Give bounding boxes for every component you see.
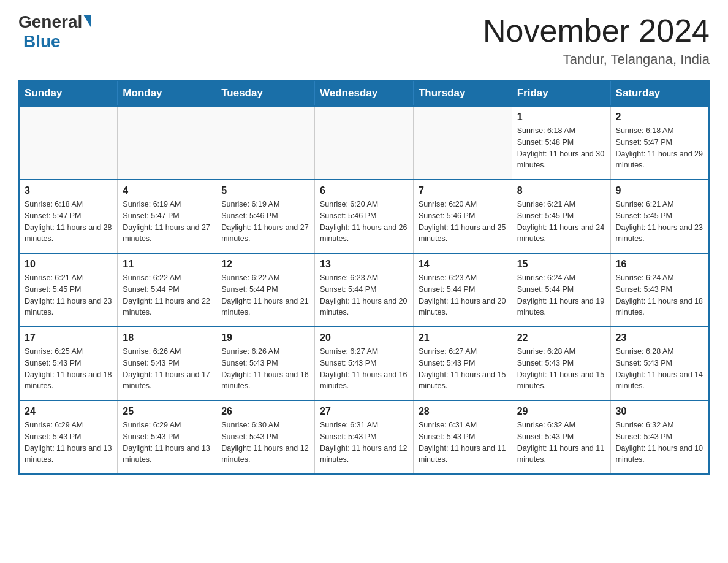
calendar-cell: 18Sunrise: 6:26 AMSunset: 5:43 PMDayligh… [118, 327, 216, 400]
weekday-header-monday: Monday [118, 80, 216, 106]
logo-blue-part [82, 17, 91, 27]
day-number: 9 [616, 185, 703, 196]
calendar-cell: 21Sunrise: 6:27 AMSunset: 5:43 PMDayligh… [413, 327, 512, 400]
day-info: Sunrise: 6:24 AMSunset: 5:43 PMDaylight:… [616, 272, 703, 318]
calendar-cell: 26Sunrise: 6:30 AMSunset: 5:43 PMDayligh… [216, 400, 315, 474]
day-info: Sunrise: 6:28 AMSunset: 5:43 PMDaylight:… [517, 346, 605, 392]
logo-triangle-icon [83, 15, 91, 27]
calendar-cell: 14Sunrise: 6:23 AMSunset: 5:44 PMDayligh… [413, 253, 512, 327]
logo: General Blue [18, 12, 91, 52]
calendar-cell [216, 106, 315, 180]
day-number: 15 [517, 259, 605, 270]
week-row-4: 24Sunrise: 6:29 AMSunset: 5:43 PMDayligh… [19, 400, 709, 474]
calendar-cell: 9Sunrise: 6:21 AMSunset: 5:45 PMDaylight… [610, 180, 709, 253]
calendar-cell: 30Sunrise: 6:32 AMSunset: 5:43 PMDayligh… [610, 400, 709, 474]
day-number: 3 [25, 185, 112, 196]
calendar-cell: 15Sunrise: 6:24 AMSunset: 5:44 PMDayligh… [512, 253, 610, 327]
day-number: 14 [419, 259, 507, 270]
day-info: Sunrise: 6:24 AMSunset: 5:44 PMDaylight:… [517, 272, 605, 318]
day-number: 28 [419, 406, 507, 417]
day-number: 5 [221, 185, 309, 196]
calendar-cell: 10Sunrise: 6:21 AMSunset: 5:45 PMDayligh… [19, 253, 118, 327]
day-info: Sunrise: 6:27 AMSunset: 5:43 PMDaylight:… [320, 346, 408, 392]
day-info: Sunrise: 6:32 AMSunset: 5:43 PMDaylight:… [517, 419, 605, 465]
calendar-table: SundayMondayTuesdayWednesdayThursdayFrid… [18, 80, 710, 475]
day-number: 6 [320, 185, 408, 196]
day-number: 18 [123, 332, 211, 343]
calendar-cell: 13Sunrise: 6:23 AMSunset: 5:44 PMDayligh… [315, 253, 414, 327]
day-info: Sunrise: 6:18 AMSunset: 5:47 PMDaylight:… [616, 125, 703, 171]
day-info: Sunrise: 6:28 AMSunset: 5:43 PMDaylight:… [616, 346, 703, 392]
calendar-cell: 4Sunrise: 6:19 AMSunset: 5:47 PMDaylight… [118, 180, 216, 253]
logo-blue-text: Blue [23, 32, 61, 52]
calendar-cell: 3Sunrise: 6:18 AMSunset: 5:47 PMDaylight… [19, 180, 118, 253]
day-info: Sunrise: 6:26 AMSunset: 5:43 PMDaylight:… [221, 346, 309, 392]
day-number: 11 [123, 259, 211, 270]
calendar-cell [315, 106, 414, 180]
calendar-cell: 16Sunrise: 6:24 AMSunset: 5:43 PMDayligh… [610, 253, 709, 327]
calendar-cell: 22Sunrise: 6:28 AMSunset: 5:43 PMDayligh… [512, 327, 610, 400]
calendar-cell: 25Sunrise: 6:29 AMSunset: 5:43 PMDayligh… [118, 400, 216, 474]
day-number: 20 [320, 332, 408, 343]
day-info: Sunrise: 6:29 AMSunset: 5:43 PMDaylight:… [25, 419, 112, 465]
month-title: November 2024 [483, 12, 710, 49]
day-number: 8 [517, 185, 605, 196]
calendar-cell: 27Sunrise: 6:31 AMSunset: 5:43 PMDayligh… [315, 400, 414, 474]
day-info: Sunrise: 6:23 AMSunset: 5:44 PMDaylight:… [419, 272, 507, 318]
week-row-1: 3Sunrise: 6:18 AMSunset: 5:47 PMDaylight… [19, 180, 709, 253]
calendar-cell: 11Sunrise: 6:22 AMSunset: 5:44 PMDayligh… [118, 253, 216, 327]
calendar-cell: 29Sunrise: 6:32 AMSunset: 5:43 PMDayligh… [512, 400, 610, 474]
calendar-cell: 8Sunrise: 6:21 AMSunset: 5:45 PMDaylight… [512, 180, 610, 253]
calendar-cell: 17Sunrise: 6:25 AMSunset: 5:43 PMDayligh… [19, 327, 118, 400]
day-number: 19 [221, 332, 309, 343]
day-info: Sunrise: 6:22 AMSunset: 5:44 PMDaylight:… [123, 272, 211, 318]
day-number: 12 [221, 259, 309, 270]
day-info: Sunrise: 6:20 AMSunset: 5:46 PMDaylight:… [320, 199, 408, 245]
day-number: 26 [221, 406, 309, 417]
day-number: 16 [616, 259, 703, 270]
week-row-0: 1Sunrise: 6:18 AMSunset: 5:48 PMDaylight… [19, 106, 709, 180]
day-info: Sunrise: 6:21 AMSunset: 5:45 PMDaylight:… [25, 272, 112, 318]
day-info: Sunrise: 6:21 AMSunset: 5:45 PMDaylight:… [517, 199, 605, 245]
calendar-cell: 7Sunrise: 6:20 AMSunset: 5:46 PMDaylight… [413, 180, 512, 253]
weekday-header-friday: Friday [512, 80, 610, 106]
day-number: 29 [517, 406, 605, 417]
day-number: 25 [123, 406, 211, 417]
day-number: 21 [419, 332, 507, 343]
day-number: 17 [25, 332, 112, 343]
day-number: 13 [320, 259, 408, 270]
calendar-cell: 6Sunrise: 6:20 AMSunset: 5:46 PMDaylight… [315, 180, 414, 253]
day-number: 30 [616, 406, 703, 417]
calendar-cell: 5Sunrise: 6:19 AMSunset: 5:46 PMDaylight… [216, 180, 315, 253]
calendar-cell: 28Sunrise: 6:31 AMSunset: 5:43 PMDayligh… [413, 400, 512, 474]
day-info: Sunrise: 6:23 AMSunset: 5:44 PMDaylight:… [320, 272, 408, 318]
day-number: 27 [320, 406, 408, 417]
day-info: Sunrise: 6:31 AMSunset: 5:43 PMDaylight:… [419, 419, 507, 465]
calendar-cell: 20Sunrise: 6:27 AMSunset: 5:43 PMDayligh… [315, 327, 414, 400]
day-info: Sunrise: 6:25 AMSunset: 5:43 PMDaylight:… [25, 346, 112, 392]
day-info: Sunrise: 6:27 AMSunset: 5:43 PMDaylight:… [419, 346, 507, 392]
day-info: Sunrise: 6:18 AMSunset: 5:47 PMDaylight:… [25, 199, 112, 245]
calendar-cell [19, 106, 118, 180]
day-info: Sunrise: 6:26 AMSunset: 5:43 PMDaylight:… [123, 346, 211, 392]
day-info: Sunrise: 6:20 AMSunset: 5:46 PMDaylight:… [419, 199, 507, 245]
day-info: Sunrise: 6:18 AMSunset: 5:48 PMDaylight:… [517, 125, 605, 171]
calendar-cell [118, 106, 216, 180]
day-info: Sunrise: 6:30 AMSunset: 5:43 PMDaylight:… [221, 419, 309, 465]
day-number: 24 [25, 406, 112, 417]
day-info: Sunrise: 6:19 AMSunset: 5:46 PMDaylight:… [221, 199, 309, 245]
weekday-header-saturday: Saturday [610, 80, 709, 106]
day-number: 10 [25, 259, 112, 270]
calendar-cell: 2Sunrise: 6:18 AMSunset: 5:47 PMDaylight… [610, 106, 709, 180]
weekday-header-tuesday: Tuesday [216, 80, 315, 106]
calendar-cell: 19Sunrise: 6:26 AMSunset: 5:43 PMDayligh… [216, 327, 315, 400]
day-info: Sunrise: 6:22 AMSunset: 5:44 PMDaylight:… [221, 272, 309, 318]
calendar-cell: 23Sunrise: 6:28 AMSunset: 5:43 PMDayligh… [610, 327, 709, 400]
day-info: Sunrise: 6:19 AMSunset: 5:47 PMDaylight:… [123, 199, 211, 245]
day-info: Sunrise: 6:31 AMSunset: 5:43 PMDaylight:… [320, 419, 408, 465]
calendar-cell: 12Sunrise: 6:22 AMSunset: 5:44 PMDayligh… [216, 253, 315, 327]
day-number: 23 [616, 332, 703, 343]
weekday-header-wednesday: Wednesday [315, 80, 414, 106]
day-number: 22 [517, 332, 605, 343]
calendar-cell [413, 106, 512, 180]
